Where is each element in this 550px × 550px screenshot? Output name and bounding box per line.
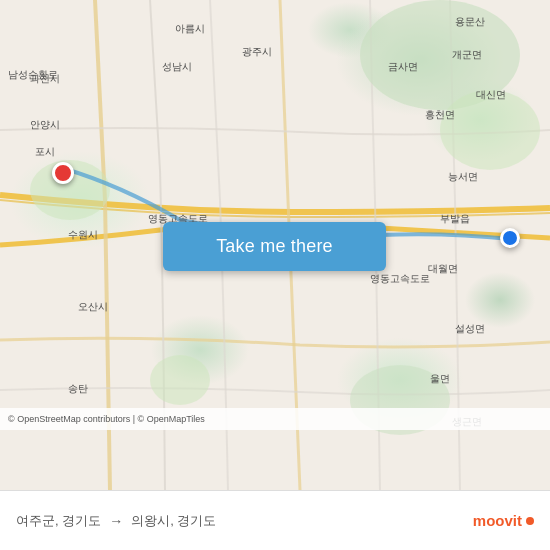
arrow-icon: →: [109, 513, 123, 529]
from-location: 여주군, 경기도: [16, 512, 101, 530]
location-info: 여주군, 경기도 → 의왕시, 경기도: [16, 512, 216, 530]
take-me-there-button[interactable]: Take me there: [163, 222, 386, 271]
origin-pin: [52, 162, 74, 184]
blue-dot-inner: [500, 228, 520, 248]
svg-point-3: [150, 355, 210, 405]
pin-circle: [52, 162, 74, 184]
copyright-text: © OpenStreetMap contributors | © OpenMap…: [8, 414, 205, 424]
moovit-brand-text: moovit: [473, 512, 522, 529]
take-me-there-label: Take me there: [216, 236, 333, 257]
map-container: 용문산 개군면 대신면 과천시 성남시 광주시 금사면 안양시 포시 흥천면 능…: [0, 0, 550, 490]
moovit-logo: moovit: [473, 512, 534, 529]
moovit-logo-dot: [526, 517, 534, 525]
destination-dot: [500, 228, 520, 248]
copyright-bar: © OpenStreetMap contributors | © OpenMap…: [0, 408, 550, 430]
bottom-bar: 여주군, 경기도 → 의왕시, 경기도 moovit: [0, 490, 550, 550]
svg-point-1: [440, 90, 540, 170]
to-location: 의왕시, 경기도: [131, 512, 216, 530]
